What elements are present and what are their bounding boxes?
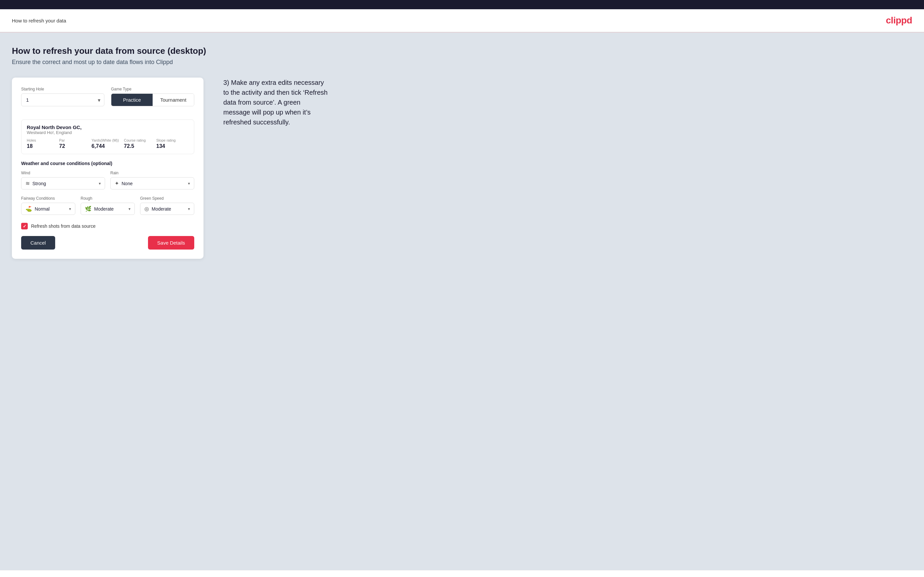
practice-button[interactable]: Practice	[111, 94, 153, 106]
logo: clippd	[886, 15, 912, 26]
tournament-button[interactable]: Tournament	[153, 94, 194, 106]
button-row: Cancel Save Details	[21, 236, 194, 250]
holes-label: Holes	[27, 138, 59, 142]
slope-rating-value: 134	[156, 143, 189, 149]
course-name: Royal North Devon GC,	[27, 124, 189, 130]
save-button[interactable]: Save Details	[148, 236, 194, 250]
refresh-checkbox-label: Refresh shots from data source	[31, 224, 95, 229]
wind-select[interactable]: Strong None Light Moderate	[32, 181, 99, 186]
wind-rain-row: Wind ≋ Strong None Light Moderate Rain	[21, 171, 194, 190]
starting-hole-label: Starting Hole	[21, 87, 104, 92]
footer: Copyright Clippd 2022	[0, 570, 924, 577]
yards-value: 6,744	[92, 143, 124, 149]
green-speed-field: Green Speed ◎ Moderate Slow Fast	[140, 196, 194, 215]
checkbox-row: Refresh shots from data source	[21, 223, 194, 229]
game-type-section: Game Type Practice Tournament	[111, 87, 194, 113]
rough-field: Rough 🌿 Moderate Light Heavy	[81, 196, 135, 215]
rough-label: Rough	[81, 196, 135, 201]
main-content: How to refresh your data from source (de…	[0, 33, 924, 570]
refresh-checkbox[interactable]	[21, 223, 28, 229]
holes-value: 18	[27, 143, 59, 149]
slope-rating-label: Slope rating	[156, 138, 189, 142]
green-speed-select[interactable]: Moderate Slow Fast	[152, 206, 188, 211]
top-bar	[0, 0, 924, 9]
holes-stat: Holes 18	[27, 138, 59, 149]
page-title: How to refresh your data from source (de…	[12, 46, 912, 56]
weather-section-title: Weather and course conditions (optional)	[21, 161, 194, 166]
wind-select-wrapper: ≋ Strong None Light Moderate	[21, 177, 105, 190]
fairway-icon: ⛳	[26, 206, 32, 212]
green-speed-icon: ◎	[144, 206, 149, 212]
side-text-content: 3) Make any extra edits necessary to the…	[223, 77, 329, 127]
green-speed-label: Green Speed	[140, 196, 194, 201]
starting-hole-select[interactable]: 1	[21, 93, 104, 106]
course-location: Westward Ho!, England	[27, 130, 189, 135]
course-rating-value: 72.5	[124, 143, 156, 149]
fairway-select-wrapper: ⛳ Normal Dry Wet	[21, 203, 75, 215]
course-rating-label: Course rating	[124, 138, 156, 142]
starting-hole-select-wrapper: 1	[21, 93, 104, 106]
game-type-label: Game Type	[111, 87, 194, 92]
content-wrapper: Starting Hole 1 Game Type Practice Tourn…	[12, 77, 912, 259]
rain-field: Rain ✦ None Light Moderate Heavy	[110, 171, 194, 190]
fairway-select[interactable]: Normal Dry Wet	[35, 206, 69, 211]
rain-select[interactable]: None Light Moderate Heavy	[121, 181, 188, 186]
cancel-button[interactable]: Cancel	[21, 236, 55, 250]
game-type-buttons: Practice Tournament	[111, 93, 194, 106]
par-stat: Par 72	[59, 138, 92, 149]
page-subtitle: Ensure the correct and most up to date d…	[12, 59, 912, 66]
green-speed-select-wrapper: ◎ Moderate Slow Fast	[140, 203, 194, 215]
wind-field: Wind ≋ Strong None Light Moderate	[21, 171, 105, 190]
yards-label: Yards(White (M))	[92, 138, 124, 142]
course-info-box: Royal North Devon GC, Westward Ho!, Engl…	[21, 119, 194, 154]
rain-label: Rain	[110, 171, 194, 175]
rough-select-wrapper: 🌿 Moderate Light Heavy	[81, 203, 135, 215]
header: How to refresh your data clippd	[0, 9, 924, 32]
slope-rating-stat: Slope rating 134	[156, 138, 189, 149]
rough-icon: 🌿	[85, 206, 92, 212]
course-rating-stat: Course rating 72.5	[124, 138, 156, 149]
wind-label: Wind	[21, 171, 105, 175]
card: Starting Hole 1 Game Type Practice Tourn…	[12, 77, 204, 259]
par-value: 72	[59, 143, 92, 149]
conditions-row-3: Fairway Conditions ⛳ Normal Dry Wet Roug…	[21, 196, 194, 215]
side-text: 3) Make any extra edits necessary to the…	[223, 77, 329, 127]
yards-stat: Yards(White (M)) 6,744	[92, 138, 124, 149]
starting-hole-section: Starting Hole 1	[21, 87, 104, 106]
course-stats: Holes 18 Par 72 Yards(White (M)) 6,744 C…	[27, 138, 189, 149]
fairway-field: Fairway Conditions ⛳ Normal Dry Wet	[21, 196, 75, 215]
wind-icon: ≋	[26, 180, 30, 187]
rain-select-wrapper: ✦ None Light Moderate Heavy	[110, 177, 194, 190]
rough-select[interactable]: Moderate Light Heavy	[94, 206, 129, 211]
header-title: How to refresh your data	[12, 18, 66, 23]
fairway-label: Fairway Conditions	[21, 196, 75, 201]
par-label: Par	[59, 138, 92, 142]
rain-icon: ✦	[115, 180, 119, 187]
